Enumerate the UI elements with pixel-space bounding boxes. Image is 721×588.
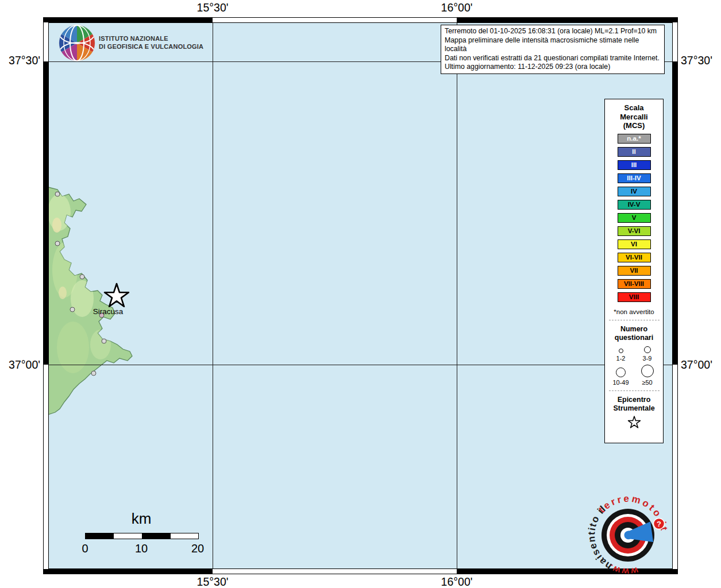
mcs-level-vi: VI <box>618 239 651 249</box>
frame-segment <box>44 18 213 22</box>
scale-segment <box>86 533 113 539</box>
legend-panel: Scala Mercalli (MCS) n.a.* II III III-IV… <box>604 99 664 443</box>
legend-divider <box>609 390 660 391</box>
q-circle-xlarge-icon <box>641 365 654 377</box>
scale-segment <box>170 533 198 539</box>
q-label-1-2: 1-2 <box>616 355 626 362</box>
axis-label-left-lat2: 37°00' <box>0 358 40 372</box>
gridline-lon-16-00 <box>457 23 457 568</box>
legend-title-line2: Mercalli <box>620 113 647 122</box>
legend-divider <box>609 320 660 320</box>
legend-title: Scala Mercalli (MCS) <box>620 103 647 130</box>
questionnaire-title-line1: Numero <box>615 325 653 334</box>
axis-label-bottom-lon1: 15°30' <box>197 575 229 588</box>
haisentitoilterremoto-logo-icon: haisentito il terremoto.it www. ? <box>588 495 668 575</box>
legend-footnote: *non avvertito <box>614 308 654 315</box>
epicenter-section-title: Epicentro Strumentale <box>613 396 654 413</box>
coastline-svg <box>49 23 672 568</box>
legend-title-line1: Scala <box>620 103 647 113</box>
legend-title-line3: (MCS) <box>620 121 647 130</box>
locality-dot <box>102 339 107 344</box>
q-label-10-49: 10-49 <box>612 379 629 386</box>
scale-segment <box>113 533 141 539</box>
event-info-line4: Ultimo aggiornamento: 11-12-2025 09:23 (… <box>445 63 661 72</box>
q-size-2: 3-9 <box>643 346 652 362</box>
svg-text:www.: www. <box>606 562 639 575</box>
frame-segment <box>673 61 677 365</box>
axis-label-left-lat1: 37°30' <box>0 54 40 67</box>
scale-tick-0: 0 <box>82 542 88 555</box>
mcs-level-iii: III <box>618 160 651 170</box>
question-badge-glyph: ? <box>657 520 661 528</box>
questionnaire-title-line2: questionari <box>615 334 653 342</box>
ingv-logo-icon <box>59 25 95 61</box>
q-label-3-9: 3-9 <box>643 355 652 362</box>
epicenter-title-line2: Strumentale <box>613 404 654 413</box>
mcs-level-vii-viii: VII-VIII <box>618 279 651 289</box>
locality-dot <box>70 307 75 312</box>
axis-label-right-lat1: 37°30' <box>681 54 712 67</box>
axis-label-right-lat2: 37°00' <box>681 358 712 372</box>
mcs-level-v-vi: V-VI <box>618 226 651 236</box>
mcs-level-v: V <box>618 213 651 223</box>
q-circle-small-icon <box>619 349 623 353</box>
axis-label-top-lon2: 16°00' <box>441 1 473 14</box>
logo-arc-bottom-text: www. <box>606 562 639 575</box>
scale-tick-10: 10 <box>135 542 148 555</box>
scale-bar <box>85 533 199 539</box>
scale-tick-20: 20 <box>191 542 204 555</box>
mcs-level-vi-vii: VI-VII <box>618 253 651 262</box>
axis-label-bottom-lon2: 16°00' <box>441 575 473 588</box>
frame-segment <box>44 569 213 574</box>
mcs-level-viii: VIII <box>618 292 651 302</box>
event-info-line2: Mappa preliminare delle intensità macros… <box>445 36 661 54</box>
event-info-line1: Terremoto del 01-10-2025 16:08:31 (ora l… <box>445 27 661 36</box>
ingv-name-line1: ISTITUTO NAZIONALE <box>99 34 203 42</box>
frame-segment <box>44 61 48 365</box>
q-size-1: 1-2 <box>616 346 626 362</box>
q-size-3: 10-49 <box>612 365 629 386</box>
terrain-shading <box>49 194 111 373</box>
city-label: Siracusa <box>93 307 124 316</box>
locality-dot <box>91 371 97 376</box>
locality-dot <box>80 274 85 280</box>
mcs-level-na: n.a.* <box>618 134 651 144</box>
mcs-level-iv-v: IV-V <box>618 200 651 210</box>
q-circle-medium-icon <box>644 346 651 353</box>
epicenter-star-icon <box>103 283 130 310</box>
ingv-institute-name: ISTITUTO NAZIONALE DI GEOFISICA E VULCAN… <box>99 34 203 51</box>
event-info-line3: Dati non verificati estratti da 21 quest… <box>445 54 661 63</box>
locality-dot <box>55 241 60 246</box>
frame-segment <box>457 18 677 22</box>
ingv-name-line2: DI GEOFISICA E VULCANOLOGIA <box>99 42 203 51</box>
gridline-lat-37-00 <box>49 365 672 365</box>
mcs-level-iv: IV <box>618 187 651 196</box>
questionnaire-section-title: Numero questionari <box>615 325 653 342</box>
axis-label-top-lon1: 15°30' <box>197 1 229 14</box>
q-size-4: ≥50 <box>641 365 654 386</box>
map-canvas: 15°30' 16°00' 15°30' 16°00' 37°30' 37°00… <box>0 0 721 588</box>
event-info-box: Terremoto del 01-10-2025 16:08:31 (ora l… <box>441 25 665 74</box>
epicenter-title-line1: Epicentro <box>613 396 654 404</box>
q-label-50plus: ≥50 <box>642 379 652 386</box>
mcs-level-ii: II <box>618 147 651 157</box>
scale-segment <box>142 533 170 539</box>
scale-unit-label: km <box>132 510 152 528</box>
q-circle-large-icon <box>616 368 626 377</box>
mcs-level-iii-iv: III-IV <box>618 173 651 183</box>
gridline-lon-15-30 <box>213 23 213 568</box>
legend-star-icon <box>627 416 641 430</box>
questionnaire-size-key: 1-2 3-9 10-49 ≥50 <box>608 346 661 386</box>
mcs-level-vii: VII <box>618 266 651 276</box>
locality-dot <box>55 192 60 197</box>
